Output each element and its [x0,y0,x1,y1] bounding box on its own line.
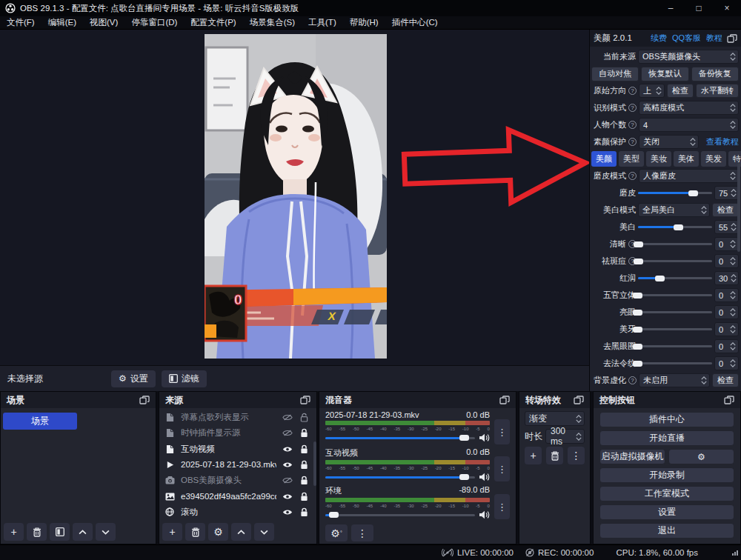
source-filters-button[interactable]: 滤镜 [162,370,207,387]
plugin-center-button[interactable]: 插件中心 [599,412,734,427]
teeth-value-stepper[interactable]: 0 [714,322,739,336]
bright-eyes-value-stepper[interactable]: 0 [714,305,739,319]
speaker-icon[interactable] [479,510,490,519]
menu-item-tools[interactable]: 工具(T) [302,17,343,28]
beauty-panel-scrollbar[interactable] [737,163,740,252]
reset-default-button[interactable]: 恢复默认 [641,67,688,81]
smooth-value-stepper[interactable]: 75 [714,186,739,200]
orientation-check-button[interactable]: 检查 [667,84,694,98]
start-streaming-button[interactable]: 开始直播 [599,430,734,446]
source-row[interactable]: e394502df49aa5fc2a99cd2e7c [159,488,314,504]
source-row[interactable]: 互动视频 [159,441,314,457]
lock-open-icon[interactable] [299,413,309,422]
tab-hair[interactable]: 美发 [701,151,726,167]
nasolabial-value-stepper[interactable]: 0 [714,356,739,370]
volume-slider[interactable] [325,510,475,519]
source-row[interactable]: 滚动 [159,504,314,520]
features-3d-slider[interactable] [638,290,712,301]
view-tutorial-link[interactable]: 查看教程 [706,136,739,147]
lock-icon[interactable] [299,444,309,454]
volume-slider[interactable] [325,472,475,481]
minimize-button[interactable]: – [657,0,685,16]
preview-canvas[interactable]: 0 X [0,30,589,365]
backup-restore-button[interactable]: 备份恢复 [691,67,739,81]
remove-scene-button[interactable] [27,523,47,541]
start-recording-button[interactable]: 开始录制 [599,467,734,483]
channel-menu-button[interactable]: ⋮ [494,456,510,481]
nasolabial-slider[interactable] [638,359,712,369]
eye-slash-icon[interactable] [282,430,293,436]
menu-item-view[interactable]: 视图(V) [83,17,124,28]
scene-down-button[interactable] [96,523,116,541]
remove-source-button[interactable] [185,523,205,541]
orientation-select[interactable]: 上 [639,84,665,98]
features-3d-value-stepper[interactable]: 0 [714,288,739,302]
eye-slash-icon[interactable] [282,414,293,421]
smooth-slider[interactable] [638,188,712,199]
source-properties-gear-button[interactable]: ⚙ [208,523,228,541]
exit-button[interactable]: 退出 [599,523,734,539]
eye-icon[interactable] [282,509,293,516]
face-protect-select[interactable]: 关闭 [639,135,699,149]
mixer-menu-button[interactable]: ⋮ [351,524,373,541]
speaker-icon[interactable] [479,433,490,442]
volume-slider[interactable] [325,433,475,442]
popout-icon[interactable] [499,396,510,404]
eye-icon[interactable] [282,493,293,500]
source-row[interactable]: 2025-07-18 21-29-03.mkv [159,457,314,473]
person-count-stepper[interactable]: 4 [639,118,739,132]
menu-item-help[interactable]: 帮助(H) [343,17,385,28]
advanced-audio-button[interactable]: ⚙° [325,524,348,541]
channel-menu-button[interactable]: ⋮ [494,419,510,444]
background-blur-select[interactable]: 未启用 [639,373,710,387]
blemish-slider[interactable] [639,256,712,267]
popout-icon[interactable] [727,34,737,43]
autofocus-button[interactable]: 自动对焦 [591,67,639,81]
source-down-button[interactable] [254,523,274,541]
source-row[interactable]: 时钟插件显示源 [159,425,314,441]
lock-icon[interactable] [299,428,309,438]
virtual-camera-settings-button[interactable]: ⚙ [668,449,734,464]
lock-icon[interactable] [299,476,309,485]
popout-icon[interactable] [574,396,584,404]
stepper-arrows-icon[interactable] [727,121,738,129]
recognition-mode-select[interactable]: 高精度模式 [639,101,739,115]
eye-slash-icon[interactable] [282,477,293,484]
qq-support-link[interactable]: QQ客服 [672,33,701,44]
menu-item-docks[interactable]: 停靠窗口(D) [124,17,184,28]
tab-reshape[interactable]: 美型 [619,151,644,167]
whiten-value-stepper[interactable]: 55 [714,220,739,234]
help-icon[interactable] [628,104,637,112]
add-scene-button[interactable]: + [4,523,24,541]
source-row[interactable]: OBS美颜摄像头 [159,473,314,488]
tab-beauty[interactable]: 美颜 [591,151,617,167]
dark-circles-slider[interactable] [638,341,712,352]
scene-filters-button[interactable] [50,523,70,541]
lock-icon[interactable] [299,507,309,517]
help-icon[interactable] [628,87,637,95]
eye-icon[interactable] [282,446,293,453]
remove-transition-button[interactable] [546,447,563,464]
rosy-slider[interactable] [638,273,712,284]
menu-item-file[interactable]: 文件(F) [0,17,41,28]
tab-body[interactable]: 美体 [674,151,699,167]
popout-icon[interactable] [724,396,734,404]
popout-icon[interactable] [139,396,150,404]
bright-eyes-slider[interactable] [638,307,712,318]
transition-select[interactable]: 渐变 [525,411,585,426]
add-source-button[interactable]: + [162,523,182,541]
stepper-arrows-icon[interactable] [573,433,584,441]
menu-item-profile[interactable]: 配置文件(P) [184,17,242,28]
transition-menu-button[interactable]: ⋮ [568,447,585,464]
clarity-value-stepper[interactable]: 0 [714,237,739,251]
start-virtual-camera-button[interactable]: 启动虚拟摄像机 [599,449,665,464]
whiten-slider[interactable] [638,222,712,233]
horizontal-flip-button[interactable]: 水平翻转 [696,84,739,98]
clarity-slider[interactable] [639,239,712,250]
smooth-mode-select[interactable]: 人像磨皮 [639,169,739,183]
teeth-slider[interactable] [638,324,712,335]
help-icon[interactable] [628,376,637,384]
menu-item-scene-collection[interactable]: 场景集合(S) [243,17,302,28]
menu-item-plugin-center[interactable]: 插件中心(C) [385,17,445,28]
help-icon[interactable] [628,172,637,180]
